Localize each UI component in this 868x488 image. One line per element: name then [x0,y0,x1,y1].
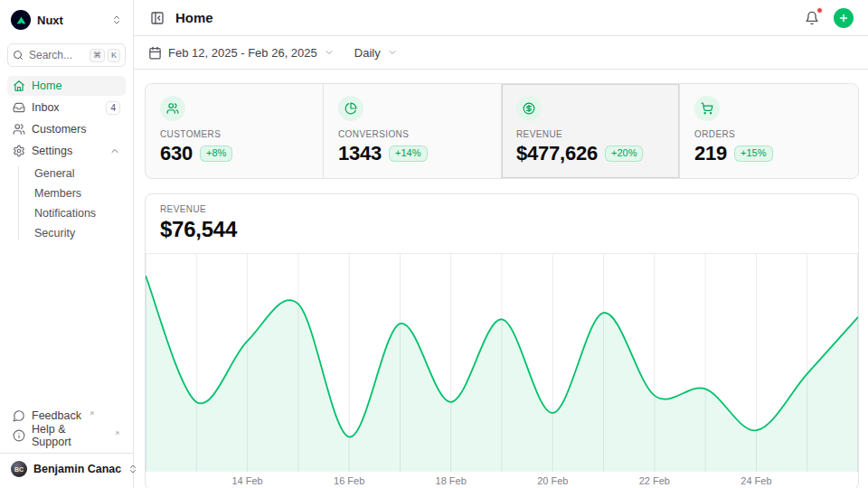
x-axis-labels: 14 Feb16 Feb18 Feb20 Feb22 Feb24 Feb [146,472,858,488]
notifications-button[interactable] [803,9,821,27]
calendar-icon [148,46,162,60]
chevron-down-icon [324,47,335,58]
shopping-cart-icon [694,96,720,121]
home-icon [13,80,25,92]
nuxt-logo-icon [11,10,31,30]
stat-label: CONVERSIONS [338,129,486,139]
chevron-up-down-icon [111,14,122,25]
plus-icon [838,13,849,23]
stat-value: 1343 [338,142,382,165]
stat-label: REVENUE [516,129,665,139]
main-panel: Home Fe [134,0,868,488]
sidebar-subitem-members[interactable]: Members [7,184,126,202]
subitem-label: Security [34,227,75,239]
sidebar-item-customers[interactable]: Customers [7,119,126,139]
stats-row: CUSTOMERS 630 +8% CONVERSIONS 1343 +14% [145,83,859,179]
sidebar-item-label: Help & Support [32,423,107,448]
chevron-down-icon [387,47,398,58]
stat-card-conversions[interactable]: CONVERSIONS 1343 +14% [324,84,502,178]
user-name: Benjamin Canac [33,463,121,475]
sidebar-item-label: Inbox [32,101,60,114]
search-shortcut: ⌘ K [90,49,120,62]
users-icon [13,123,25,136]
chevron-up-icon [109,145,120,156]
info-circle-icon [13,429,25,442]
user-menu-button[interactable]: BC Benjamin Canac [7,457,126,481]
circle-dollar-icon [516,96,542,121]
chart-title: REVENUE [160,204,844,214]
external-link-icon [89,410,95,417]
date-range-value: Feb 12, 2025 - Feb 26, 2025 [168,46,317,60]
x-axis-tick: 22 Feb [639,475,670,486]
settings-subnav: General Members Notifications Security [7,164,126,242]
workspace-switcher[interactable]: Nuxt [7,7,126,33]
x-axis-tick: 24 Feb [741,475,771,486]
stat-delta-badge: +20% [605,145,643,162]
workspace-name: Nuxt [37,14,63,27]
subitem-label: Notifications [34,207,96,220]
gear-icon [13,145,25,157]
chart-pie-icon [338,96,363,121]
sidebar-toggle-button[interactable] [148,9,166,27]
inbox-count-badge: 4 [106,101,120,115]
inbox-icon [13,101,25,114]
sidebar-subitem-security[interactable]: Security [7,224,126,242]
stat-delta-badge: +14% [389,145,427,162]
users-icon [160,96,185,121]
stat-value: 219 [694,142,727,165]
sidebar-item-home[interactable]: Home [7,76,126,96]
dashboard-content: CUSTOMERS 630 +8% CONVERSIONS 1343 +14% [134,70,868,488]
stat-delta-badge: +8% [200,145,232,162]
sidebar-subitem-general[interactable]: General [7,164,126,183]
x-axis-tick: 18 Feb [436,475,467,486]
subitem-label: Members [34,187,81,200]
stat-value: 630 [160,142,193,165]
app-root: Nuxt Search... ⌘ K Home [0,0,868,488]
message-circle-icon [13,409,25,422]
sidebar-item-label: Home [32,80,61,92]
sidebar-item-label: Feedback [32,409,81,422]
subitem-label: General [34,167,74,180]
filters-toolbar: Feb 12, 2025 - Feb 26, 2025 Daily [134,36,868,70]
revenue-chart-card: REVENUE $76,544 14 Feb16 Feb18 Feb20 Feb… [145,193,859,488]
sidebar-item-label: Settings [32,145,72,157]
stat-card-orders[interactable]: ORDERS 219 +15% [680,84,858,178]
search-icon [13,50,24,61]
x-axis-tick: 20 Feb [537,475,568,486]
stat-card-customers[interactable]: CUSTOMERS 630 +8% [146,84,324,178]
x-axis-tick: 16 Feb [334,475,364,486]
chart-header: REVENUE $76,544 [146,194,858,253]
kbd-cmd: ⌘ [90,49,105,62]
revenue-area-chart-svg [146,254,858,472]
period-value: Daily [354,46,381,60]
sidebar-divider [0,453,133,454]
notification-dot [816,7,823,14]
stat-label: CUSTOMERS [160,129,308,139]
sidebar-item-label: Customers [32,123,86,136]
stat-delta-badge: +15% [734,145,772,162]
sidebar: Nuxt Search... ⌘ K Home [0,0,134,488]
page-title: Home [175,10,213,25]
panel-left-close-icon [150,11,165,25]
date-range-picker[interactable]: Feb 12, 2025 - Feb 26, 2025 [143,42,340,63]
stat-label: ORDERS [694,129,844,139]
sidebar-subitem-notifications[interactable]: Notifications [7,204,126,222]
x-axis-tick: 14 Feb [231,475,262,486]
period-select[interactable]: Daily [349,42,403,63]
sidebar-spacer [7,244,126,406]
search-placeholder: Search... [29,49,84,61]
chart-plot-area[interactable] [146,253,858,472]
stat-card-revenue[interactable]: REVENUE $477,626 +20% [502,84,680,178]
sidebar-item-settings[interactable]: Settings [7,141,126,161]
avatar: BC [11,461,27,477]
chart-total-value: $76,544 [160,217,844,242]
topbar: Home [134,0,868,36]
sidebar-item-help-support[interactable]: Help & Support [7,426,126,446]
kbd-k: K [108,49,120,62]
stat-value: $477,626 [516,142,598,165]
external-link-icon [114,430,120,436]
sidebar-nav: Home Inbox 4 Customers Settings [7,76,126,244]
search-input[interactable]: Search... ⌘ K [7,43,126,67]
add-button[interactable] [834,8,854,28]
sidebar-item-inbox[interactable]: Inbox 4 [7,98,126,117]
